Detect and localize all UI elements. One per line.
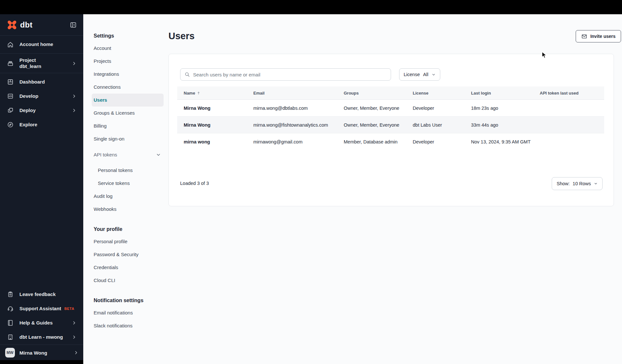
- sidebar-item-dashboard[interactable]: Dashboard: [0, 75, 83, 89]
- settings-nav-item-webhooks[interactable]: Webhooks: [92, 203, 164, 216]
- sidebar-logo-row: dbt: [0, 14, 83, 36]
- users-table: Name Email Groups License Last login API…: [177, 86, 604, 150]
- chevron-right-icon: [72, 108, 77, 113]
- settings-nav-item-account[interactable]: Account: [92, 42, 164, 55]
- sidebar-item-label: Leave feedback: [19, 291, 56, 298]
- sidebar-item-project[interactable]: Project dbt_learn: [0, 54, 83, 73]
- envelope-icon: [581, 33, 587, 40]
- sidebar-footer-strip: [0, 360, 83, 364]
- collapse-sidebar-icon[interactable]: [70, 21, 77, 28]
- column-header-email[interactable]: Email: [247, 91, 337, 96]
- sidebar-item-label: Account home: [19, 41, 53, 48]
- sidebar-item-label: Deploy: [19, 108, 36, 114]
- explore-compass-icon: [6, 121, 14, 129]
- column-header-groups[interactable]: Groups: [337, 91, 406, 96]
- sidebar-item-leave-feedback[interactable]: Leave feedback: [0, 287, 83, 301]
- settings-nav-item-single-sign-on[interactable]: Single sign-on: [92, 132, 164, 145]
- building-icon: [6, 333, 14, 341]
- sidebar-item-label: dbt Learn - mwong: [19, 334, 63, 340]
- sidebar-item-label: Support Assistant: [19, 306, 61, 312]
- users-card: License All Name Email Groups Lice: [168, 54, 614, 206]
- cell-last-login: 33m 44s ago: [465, 122, 533, 128]
- settings-nav-item-personal-tokens[interactable]: Personal tokens: [92, 164, 164, 177]
- column-header-name[interactable]: Name: [177, 91, 247, 96]
- settings-nav-item-password-security[interactable]: Password & Security: [92, 248, 164, 261]
- search-input[interactable]: [193, 72, 387, 77]
- cell-email: mirnawong@gmail.com: [247, 139, 337, 144]
- dbt-logo-icon: [6, 19, 17, 30]
- top-black-bar: [0, 0, 622, 14]
- project-archive-icon: [6, 60, 14, 67]
- table-row[interactable]: Mirna Wong mirna.wong@dbtlabs.com Owner,…: [177, 100, 604, 117]
- license-filter-dropdown[interactable]: License All: [399, 68, 440, 81]
- settings-nav-item-email-notifications[interactable]: Email notifications: [92, 306, 164, 319]
- chevron-right-icon: [72, 320, 77, 325]
- sidebar-item-label: Project dbt_learn: [19, 57, 41, 70]
- column-header-license[interactable]: License: [406, 91, 465, 96]
- feedback-clipboard-icon: [6, 290, 14, 298]
- loaded-count-text: Loaded 3 of 3: [180, 181, 209, 186]
- column-header-api-token[interactable]: API token last used: [533, 91, 604, 96]
- profile-section-title: Your profile: [92, 226, 164, 233]
- cell-groups: Member, Database admin: [337, 139, 406, 144]
- sidebar-item-deploy[interactable]: Deploy: [0, 103, 83, 118]
- sidebar-item-support-assistant[interactable]: Support Assistant BETA: [0, 301, 83, 316]
- develop-code-icon: [6, 92, 14, 100]
- dashboard-grid-icon: [6, 78, 14, 86]
- project-label: Project: [19, 57, 36, 63]
- settings-nav-item-integrations[interactable]: Integrations: [92, 68, 164, 81]
- settings-nav-title: Settings: [92, 32, 164, 40]
- settings-nav-item-projects[interactable]: Projects: [92, 55, 164, 68]
- sidebar-item-help-guides[interactable]: Help & Guides: [0, 316, 83, 330]
- sidebar-item-label: Dashboard: [19, 79, 45, 85]
- invite-users-button[interactable]: Invite users: [576, 30, 621, 42]
- search-icon: [184, 72, 190, 77]
- page-title: Users: [168, 29, 195, 42]
- rows-per-page-dropdown[interactable]: Show: 10 Rows: [552, 177, 603, 190]
- cell-email: mirna.wong@fishtownanalytics.com: [247, 122, 337, 128]
- settings-nav-item-cloud-cli[interactable]: Cloud CLI: [92, 274, 164, 287]
- sidebar-item-develop[interactable]: Develop: [0, 89, 83, 103]
- chevron-right-icon: [74, 350, 79, 355]
- sort-ascending-icon: [197, 91, 201, 95]
- settings-nav-item-personal-profile[interactable]: Personal profile: [92, 235, 164, 248]
- settings-nav-item-audit-log[interactable]: Audit log: [92, 190, 164, 203]
- settings-nav-item-api-tokens[interactable]: API tokens: [92, 148, 164, 161]
- notifications-section-title: Notification settings: [92, 297, 164, 304]
- chevron-right-icon: [72, 335, 77, 340]
- show-label: Show:: [557, 181, 570, 186]
- sidebar-item-label: Help & Guides: [19, 320, 53, 326]
- settings-nav-item-service-tokens[interactable]: Service tokens: [92, 177, 164, 190]
- cell-email: mirna.wong@dbtlabs.com: [247, 106, 337, 111]
- user-name: Mirna Wong: [19, 350, 47, 356]
- logo-text: dbt: [20, 20, 32, 29]
- settings-nav-item-groups-licenses[interactable]: Groups & Licenses: [92, 107, 164, 119]
- column-label: Last login: [471, 91, 491, 96]
- headset-icon: [6, 305, 14, 313]
- cell-groups: Owner, Member, Everyone: [337, 122, 406, 128]
- settings-nav-item-credentials[interactable]: Credentials: [92, 261, 164, 274]
- sidebar-item-label: Explore: [19, 122, 37, 128]
- sidebar-item-account-home[interactable]: Account home: [0, 36, 83, 54]
- beta-badge: BETA: [64, 307, 75, 311]
- home-icon: [6, 41, 14, 49]
- license-filter-label: License: [404, 72, 420, 77]
- sidebar-item-explore[interactable]: Explore: [0, 118, 83, 132]
- cell-name: Mirna Wong: [177, 122, 247, 128]
- sidebar-user-menu[interactable]: MW Mirna Wong: [0, 345, 83, 360]
- column-label: Name: [184, 91, 195, 96]
- settings-nav-item-users[interactable]: Users: [92, 94, 164, 107]
- avatar: MW: [5, 348, 15, 358]
- settings-nav-item-billing[interactable]: Billing: [92, 119, 164, 132]
- column-header-last-login[interactable]: Last login: [465, 91, 533, 96]
- chevron-right-icon: [72, 94, 77, 99]
- table-row[interactable]: Mirna Wong mirna.wong@fishtownanalytics.…: [177, 117, 604, 133]
- sidebar-item-dbt-learn[interactable]: dbt Learn - mwong: [0, 330, 83, 344]
- table-row[interactable]: mirna wong mirnawong@gmail.com Member, D…: [177, 133, 604, 150]
- column-label: Email: [253, 91, 265, 96]
- column-label: Groups: [344, 91, 359, 96]
- project-name: dbt_learn: [19, 63, 41, 70]
- settings-nav-item-slack-notifications[interactable]: Slack notifications: [92, 319, 164, 332]
- settings-nav-item-connections[interactable]: Connections: [92, 81, 164, 94]
- show-value: 10 Rows: [573, 181, 591, 186]
